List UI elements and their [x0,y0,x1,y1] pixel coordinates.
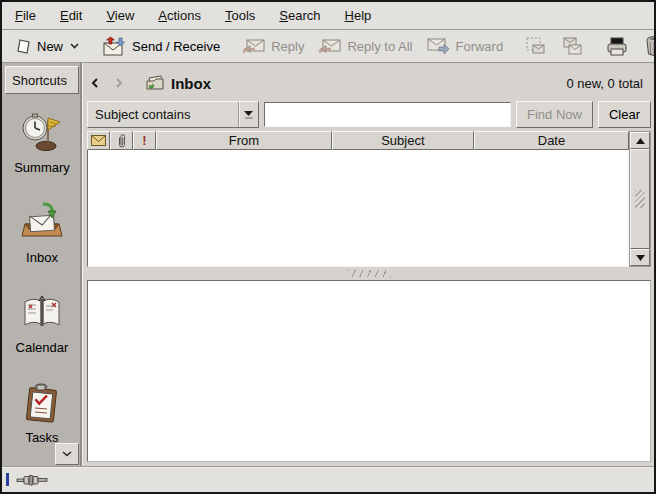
sidebar-item-summary[interactable]: Summary [2,110,82,175]
column-subject[interactable]: Subject [332,131,474,150]
reply-to-all-label: Reply to All [347,39,412,54]
reply-all-icon [318,37,342,56]
forward-icon [426,37,450,56]
find-now-button[interactable]: Find Now [516,101,593,128]
menu-bar: File Edit View Actions Tools Search Help [2,2,654,30]
new-button[interactable]: New [9,34,86,59]
message-list-body[interactable] [87,150,629,267]
forward-label: Forward [455,39,503,54]
menu-help[interactable]: Help [336,3,381,29]
new-message-icon [16,38,32,55]
status-bar [2,466,654,492]
inbox-tray-icon [19,200,65,246]
send-receive-icon [101,36,127,56]
inbox-folder-icon [145,74,165,92]
print-button[interactable] [598,32,636,61]
scroll-up-button[interactable] [630,132,650,149]
sidebar-item-inbox[interactable]: Inbox [2,200,82,265]
message-list-area: ! From Subject Date [87,131,651,267]
menu-tools[interactable]: Tools [216,3,264,29]
search-bar: Subject contains Find Now Clear [87,101,651,128]
menu-view[interactable]: View [97,3,143,29]
menu-edit[interactable]: Edit [51,3,91,29]
sidebar-item-label: Tasks [25,430,58,445]
dropdown-arrow-icon [238,102,258,127]
reply-button[interactable]: Reply [235,33,311,60]
reply-to-all-button[interactable]: Reply to All [311,33,419,60]
forward-button[interactable]: Forward [419,33,510,60]
move-message-icon [525,36,547,56]
scrollbar-grip [635,190,645,208]
chevron-down-icon [70,43,79,49]
main-toolbar: New Send / Receive [2,30,654,63]
content-area: Shortcuts [2,63,654,466]
plug-connector-icon[interactable] [16,473,50,487]
column-from[interactable]: From [156,131,332,150]
column-date[interactable]: Date [474,131,629,150]
chevron-down-icon [62,451,72,457]
pane-splitter[interactable] [87,267,651,280]
clear-button[interactable]: Clear [598,101,651,128]
send-receive-label: Send / Receive [132,39,220,54]
shortcut-bar-scroll-down-button[interactable] [55,443,79,465]
sidebar-item-calendar[interactable]: Calendar [2,290,82,355]
search-criteria-dropdown[interactable]: Subject contains [87,101,259,128]
menu-actions[interactable]: Actions [149,3,210,29]
delete-icon [643,35,656,57]
splitter-grip-icon [347,270,391,277]
sidebar-item-label: Calendar [16,340,69,355]
column-attachment[interactable] [110,131,133,150]
shortcut-bar: Shortcuts [2,63,83,466]
copy-message-icon [561,36,583,56]
progress-tick [6,473,9,486]
evolution-window: File Edit View Actions Tools Search Help… [0,0,656,494]
shortcut-list: Summary Inbox [2,94,82,466]
attachment-icon [118,134,126,148]
sidebar-item-label: Inbox [26,250,58,265]
send-receive-button[interactable]: Send / Receive [94,32,227,60]
folder-title: Inbox [171,75,211,92]
mail-view: Inbox 0 new, 0 total Subject contains Fi… [83,63,654,466]
search-input[interactable] [264,102,511,127]
message-counts: 0 new, 0 total [566,76,647,91]
message-table-header: ! From Subject Date [87,131,629,150]
search-criteria-value: Subject contains [88,107,238,122]
scroll-down-button[interactable] [630,249,650,266]
tasks-clipboard-icon [19,380,65,426]
priority-icon: ! [142,133,146,148]
message-preview-pane[interactable] [87,280,651,462]
sidebar-item-label: Summary [14,160,70,175]
new-button-label: New [37,39,63,54]
message-status-icon [91,135,106,146]
message-list-scrollbar [629,131,651,267]
scrollbar-thumb[interactable] [630,149,650,249]
back-button[interactable] [91,73,111,93]
move-message-button[interactable] [518,32,554,60]
sidebar-item-tasks[interactable]: Tasks [2,380,82,445]
reply-label: Reply [271,39,304,54]
menu-search[interactable]: Search [270,3,329,29]
message-table: ! From Subject Date [87,131,629,267]
forward-nav-button[interactable] [115,73,135,93]
copy-message-button[interactable] [554,32,590,60]
calendar-book-icon [19,290,65,336]
column-priority[interactable]: ! [133,131,156,150]
folder-header: Inbox 0 new, 0 total [87,68,651,98]
reply-icon [242,37,266,56]
shortcuts-group-button[interactable]: Shortcuts [5,66,79,94]
column-message-status[interactable] [87,131,110,150]
delete-button[interactable] [636,31,656,61]
summary-clock-icon [19,110,65,156]
menu-file[interactable]: File [6,3,45,29]
print-icon [605,36,629,57]
